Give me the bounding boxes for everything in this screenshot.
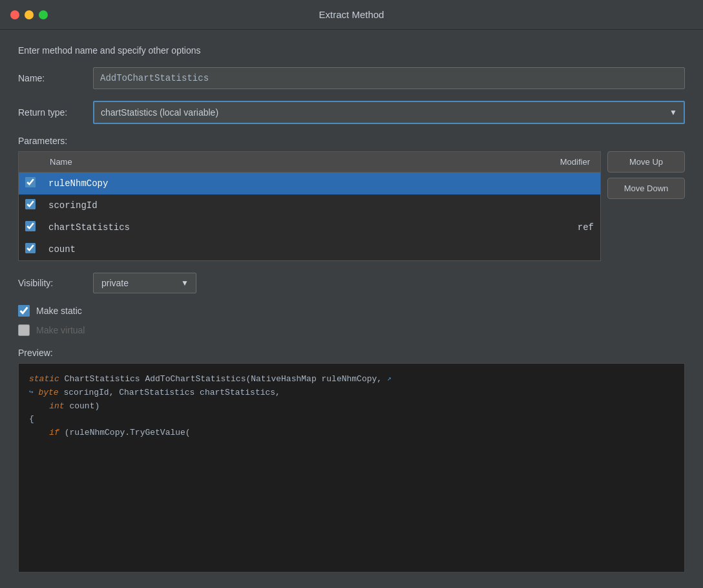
make-virtual-row: Make virtual xyxy=(18,324,685,336)
subtitle-text: Enter method name and specify other opti… xyxy=(18,45,685,56)
visibility-row: Visibility: private public protected int… xyxy=(18,273,685,293)
window-title: Extract Method xyxy=(319,9,384,20)
close-button[interactable] xyxy=(10,10,19,19)
param-modifier-cell xyxy=(412,173,600,195)
name-input[interactable] xyxy=(93,67,685,89)
param-name-cell: chartStatistics xyxy=(42,216,412,238)
code-line-5: if (ruleNhmCopy.TryGetValue( xyxy=(29,426,674,440)
checkboxes-section: Make static Make virtual xyxy=(18,305,685,336)
code-line-3: int count) xyxy=(29,400,674,414)
code-line-1: static ChartStatistics AddToChartStatist… xyxy=(29,373,674,386)
parameters-container: Name Modifier ruleNhmCopy xyxy=(18,151,685,261)
checkbox-cell[interactable] xyxy=(19,216,42,238)
checkbox-cell[interactable] xyxy=(19,194,42,216)
make-static-label[interactable]: Make static xyxy=(36,306,82,316)
name-row: Name: xyxy=(18,67,685,89)
param-checkbox[interactable] xyxy=(25,199,36,209)
maximize-button[interactable] xyxy=(39,10,48,19)
params-buttons: Move Up Move Down xyxy=(607,151,685,199)
code-line-2: ↪ byte scoringId, ChartStatistics chartS… xyxy=(29,386,674,400)
window-controls xyxy=(10,10,48,19)
param-checkbox[interactable] xyxy=(25,177,36,187)
return-type-row: Return type: chartStatistics (local vari… xyxy=(18,101,685,124)
table-header-row: Name Modifier xyxy=(19,152,600,173)
param-name-cell: scoringId xyxy=(42,194,412,216)
name-label: Name: xyxy=(18,73,83,83)
code-line-4: { xyxy=(29,413,674,426)
modifier-col-header: Modifier xyxy=(412,152,600,173)
param-name-cell: ruleNhmCopy xyxy=(42,173,412,195)
name-col-header: Name xyxy=(42,152,412,173)
make-virtual-checkbox[interactable] xyxy=(18,324,30,336)
checkbox-col-header xyxy=(19,152,42,173)
minimize-button[interactable] xyxy=(25,10,34,19)
parameters-table: Name Modifier ruleNhmCopy xyxy=(19,152,600,260)
move-up-button[interactable]: Move Up xyxy=(607,151,685,173)
table-row[interactable]: chartStatistics ref xyxy=(19,216,600,238)
table-row[interactable]: count xyxy=(19,238,600,260)
table-row[interactable]: scoringId xyxy=(19,194,600,216)
preview-label: Preview: xyxy=(18,348,685,358)
visibility-select[interactable]: private public protected internal xyxy=(93,273,196,293)
move-down-button[interactable]: Move Down xyxy=(607,178,685,199)
param-checkbox[interactable] xyxy=(25,243,36,253)
param-checkbox[interactable] xyxy=(25,221,36,231)
parameters-table-wrapper: Name Modifier ruleNhmCopy xyxy=(18,151,601,261)
titlebar: Extract Method xyxy=(0,0,703,30)
return-type-wrapper: chartStatistics (local variable) ▼ xyxy=(93,101,685,124)
checkbox-cell[interactable] xyxy=(19,173,42,195)
make-static-checkbox[interactable] xyxy=(18,305,30,317)
param-modifier-cell: ref xyxy=(412,216,600,238)
parameters-section: Parameters: Name Modifier xyxy=(18,136,685,261)
visibility-label: Visibility: xyxy=(18,278,83,288)
preview-code-block: static ChartStatistics AddToChartStatist… xyxy=(18,363,685,572)
table-row[interactable]: ruleNhmCopy xyxy=(19,173,600,195)
return-type-select[interactable]: chartStatistics (local variable) xyxy=(93,101,685,124)
param-modifier-cell xyxy=(412,194,600,216)
main-content: Enter method name and specify other opti… xyxy=(0,30,703,588)
make-static-row: Make static xyxy=(18,305,685,317)
param-modifier-cell xyxy=(412,238,600,260)
return-type-label: Return type: xyxy=(18,107,83,118)
preview-section: Preview: static ChartStatistics AddToCha… xyxy=(18,348,685,572)
checkbox-cell[interactable] xyxy=(19,238,42,260)
visibility-select-wrapper: private public protected internal ▼ xyxy=(93,273,196,293)
extract-method-window: Extract Method Enter method name and spe… xyxy=(0,0,703,588)
parameters-label: Parameters: xyxy=(18,136,685,146)
make-virtual-label: Make virtual xyxy=(36,325,85,335)
param-name-cell: count xyxy=(42,238,412,260)
